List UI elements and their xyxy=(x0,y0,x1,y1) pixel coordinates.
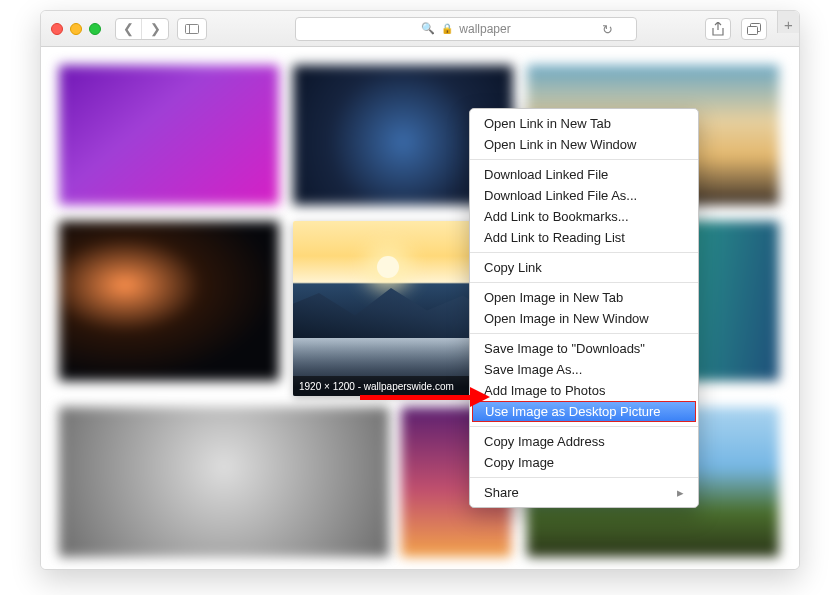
svg-rect-3 xyxy=(748,26,758,34)
context-menu-separator xyxy=(470,159,698,160)
cm-open-link-new-window[interactable]: Open Link in New Window xyxy=(470,134,698,155)
back-button[interactable]: ❮ xyxy=(116,19,142,39)
cm-add-link-bookmarks[interactable]: Add Link to Bookmarks... xyxy=(470,206,698,227)
context-menu-separator xyxy=(470,282,698,283)
forward-button[interactable]: ❯ xyxy=(142,19,168,39)
cm-open-link-new-tab[interactable]: Open Link in New Tab xyxy=(470,113,698,134)
cm-share[interactable]: Share ▸ xyxy=(470,482,698,503)
tabs-button[interactable] xyxy=(741,18,767,40)
context-menu-separator xyxy=(470,333,698,334)
image-result[interactable] xyxy=(59,407,389,557)
cm-save-image-downloads[interactable]: Save Image to "Downloads" xyxy=(470,338,698,359)
reload-button[interactable]: ↻ xyxy=(602,22,613,37)
minimize-window-button[interactable] xyxy=(70,23,82,35)
sidebar-toggle-button[interactable] xyxy=(177,18,207,40)
context-menu: Open Link in New Tab Open Link in New Wi… xyxy=(469,108,699,508)
chevron-right-icon: ▸ xyxy=(677,484,684,501)
cm-save-image-as[interactable]: Save Image As... xyxy=(470,359,698,380)
window-controls xyxy=(51,23,101,35)
close-window-button[interactable] xyxy=(51,23,63,35)
toolbar-right: + xyxy=(705,18,789,40)
svg-rect-0 xyxy=(186,24,199,33)
titlebar: ❮ ❯ 🔍 🔒 wallpaper ↻ + xyxy=(41,11,799,47)
cm-add-image-photos[interactable]: Add Image to Photos xyxy=(470,380,698,401)
new-tab-button[interactable]: + xyxy=(777,11,799,33)
context-menu-separator xyxy=(470,477,698,478)
cm-copy-link[interactable]: Copy Link xyxy=(470,257,698,278)
context-menu-separator xyxy=(470,426,698,427)
address-text: wallpaper xyxy=(459,22,510,36)
cm-download-linked-file[interactable]: Download Linked File xyxy=(470,164,698,185)
cm-download-linked-file-as[interactable]: Download Linked File As... xyxy=(470,185,698,206)
image-result[interactable] xyxy=(59,221,279,381)
cm-copy-image[interactable]: Copy Image xyxy=(470,452,698,473)
cm-use-image-desktop-picture[interactable]: Use Image as Desktop Picture xyxy=(472,401,696,422)
lock-icon: 🔒 xyxy=(441,23,453,34)
nav-back-forward: ❮ ❯ xyxy=(115,18,169,40)
cm-share-label: Share xyxy=(484,485,519,500)
zoom-window-button[interactable] xyxy=(89,23,101,35)
annotation-arrow xyxy=(360,387,490,407)
search-icon: 🔍 xyxy=(421,22,435,35)
address-bar[interactable]: 🔍 🔒 wallpaper xyxy=(295,17,637,41)
cm-add-link-reading-list[interactable]: Add Link to Reading List xyxy=(470,227,698,248)
context-menu-separator xyxy=(470,252,698,253)
cm-open-image-new-window[interactable]: Open Image in New Window xyxy=(470,308,698,329)
cm-copy-image-address[interactable]: Copy Image Address xyxy=(470,431,698,452)
share-button[interactable] xyxy=(705,18,731,40)
cm-open-image-new-tab[interactable]: Open Image in New Tab xyxy=(470,287,698,308)
image-result[interactable] xyxy=(59,65,279,205)
